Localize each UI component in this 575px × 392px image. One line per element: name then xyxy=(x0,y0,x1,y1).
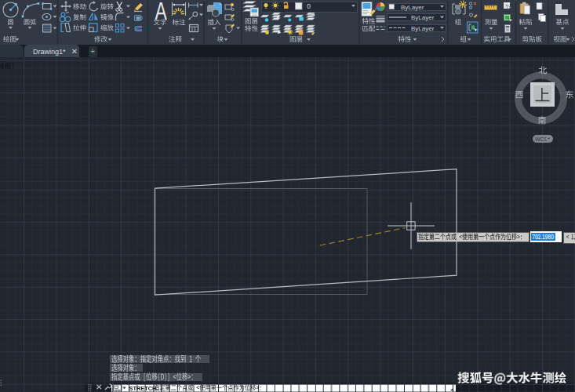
svg-text:ByLayer: ByLayer xyxy=(401,4,424,11)
svg-text:ByLayer: ByLayer xyxy=(411,14,435,21)
svg-text:WCS: WCS xyxy=(535,136,548,142)
svg-text:0: 0 xyxy=(307,2,311,10)
svg-text:702.1980: 702.1980 xyxy=(532,232,554,240)
svg-text:ByLayer: ByLayer xyxy=(411,25,435,32)
svg-text:STRETCH: STRETCH xyxy=(129,385,157,392)
